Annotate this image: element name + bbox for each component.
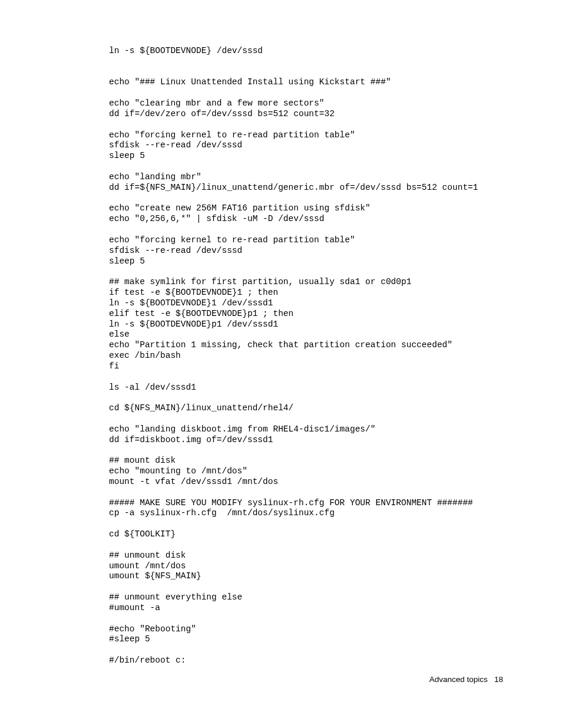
code-content: ln -s ${BOOTDEVNODE} /dev/sssd echo "###… (109, 46, 503, 666)
footer-page-number: 18 (494, 675, 503, 684)
document-page: ln -s ${BOOTDEVNODE} /dev/sssd echo "###… (0, 0, 562, 666)
page-footer: Advanced topics 18 (429, 675, 503, 684)
footer-section: Advanced topics (429, 675, 488, 684)
